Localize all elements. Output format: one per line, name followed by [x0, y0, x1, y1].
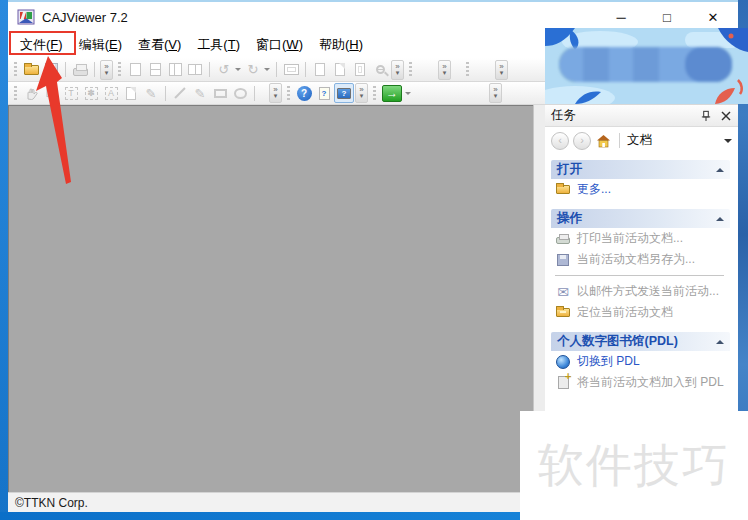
separator	[276, 62, 277, 77]
toolbar-overflow-button[interactable]	[355, 83, 368, 103]
separator	[209, 62, 210, 77]
home-button[interactable]	[595, 132, 612, 149]
annotation-arrow	[25, 48, 85, 193]
rotate-right-button[interactable]: ↻	[243, 60, 263, 80]
watermark-box: 软件技巧	[520, 411, 748, 520]
task-switch-to-pdl[interactable]: 切换到 PDL	[551, 351, 730, 372]
task-pane-titlebar: 任务	[545, 105, 738, 127]
draw-ellipse-button[interactable]	[230, 83, 250, 103]
draw-pencil-button[interactable]: ✎	[190, 83, 210, 103]
nav-back-button[interactable]	[551, 132, 569, 150]
toolbar-grip[interactable]	[14, 62, 17, 77]
rotate-left-dropdown[interactable]	[235, 68, 241, 74]
task-pane-close-button[interactable]	[717, 107, 734, 124]
annotate-send-button[interactable]	[121, 83, 141, 103]
draw-rect-button[interactable]	[210, 83, 230, 103]
single-page-view-button[interactable]	[125, 60, 145, 80]
toolbar-overflow-button[interactable]	[438, 60, 451, 80]
desktop-edge-left	[0, 0, 8, 520]
pane-selector-dropdown[interactable]	[724, 139, 732, 147]
help-page-icon	[319, 87, 330, 100]
toolbar-overflow-button[interactable]	[391, 60, 404, 80]
annotate-note-button[interactable]: ✎	[141, 83, 161, 103]
pin-button[interactable]	[697, 107, 714, 124]
section-pdl-header[interactable]: 个人数字图书馆(PDL)	[551, 332, 730, 351]
task-add-to-pdl[interactable]: 将当前活动文档加入到 PDL	[551, 372, 730, 393]
separator	[305, 62, 306, 77]
page-frame-button[interactable]	[350, 60, 370, 80]
section-actions: 操作 打印当前活动文档... 当前活动文档另存为... 以邮件方式发送	[551, 209, 730, 323]
separator	[94, 62, 95, 77]
menu-tools[interactable]: 工具(T)	[189, 32, 248, 58]
promo-banner[interactable]	[545, 28, 748, 104]
maximize-button[interactable]: □	[644, 4, 690, 30]
menu-view[interactable]: 查看(V)	[130, 32, 189, 58]
full-screen-button[interactable]	[281, 60, 301, 80]
folder-open-icon	[556, 185, 570, 194]
toolbar-overflow-button[interactable]	[269, 83, 282, 103]
blank-page-button[interactable]	[310, 60, 330, 80]
toolbar-overflow-button[interactable]	[495, 60, 508, 80]
close-icon	[721, 111, 731, 121]
close-button[interactable]: ✕	[690, 4, 736, 30]
toolbar-grip[interactable]	[14, 86, 17, 101]
section-actions-header[interactable]: 操作	[551, 209, 730, 228]
pin-icon	[700, 110, 712, 122]
toolbar-grip[interactable]	[466, 62, 469, 77]
facing-view-icon	[169, 63, 182, 76]
help-icon	[297, 86, 312, 101]
toolbar-grip[interactable]	[118, 62, 121, 77]
toolbar-overflow-button[interactable]	[489, 83, 502, 103]
task-pane-nav: 文档	[545, 127, 738, 154]
task-send-mail[interactable]: 以邮件方式发送当前活动...	[551, 281, 730, 302]
nav-forward-button[interactable]	[573, 132, 591, 150]
mail-icon	[557, 285, 569, 299]
pane-selector-label: 文档	[627, 132, 652, 149]
ocr-icon: A	[105, 87, 118, 100]
go-dropdown[interactable]	[405, 92, 411, 98]
help-button[interactable]	[294, 83, 314, 103]
help-topics-button[interactable]	[314, 83, 334, 103]
full-screen-icon	[284, 64, 299, 75]
line-icon	[174, 87, 185, 98]
separator	[165, 86, 166, 101]
task-print-document[interactable]: 打印当前活动文档...	[551, 228, 730, 249]
continuous-view-button[interactable]	[145, 60, 165, 80]
printer-icon	[556, 237, 570, 244]
page-fold-button[interactable]	[330, 60, 350, 80]
divider	[555, 275, 724, 276]
facing-view-button[interactable]	[165, 60, 185, 80]
toolbar-grip[interactable]	[373, 86, 376, 101]
collapse-icon[interactable]	[716, 336, 724, 344]
toolbar-overflow-button[interactable]	[100, 60, 113, 80]
draw-line-button[interactable]	[170, 83, 190, 103]
document-canvas[interactable]	[8, 105, 533, 492]
zoom-out-icon	[376, 65, 385, 74]
globe-icon	[556, 355, 570, 369]
pencil-icon: ✎	[195, 87, 206, 100]
collapse-icon[interactable]	[716, 164, 724, 172]
task-locate-document[interactable]: 定位当前活动文档	[551, 302, 730, 323]
ocr-button[interactable]: A	[101, 83, 121, 103]
save-as-icon	[557, 254, 569, 266]
promo-banner-art	[545, 28, 748, 104]
task-save-as[interactable]: 当前活动文档另存为...	[551, 249, 730, 270]
ellipse-icon	[234, 88, 247, 99]
toolbar-grip[interactable]	[409, 62, 412, 77]
go-button[interactable]	[380, 83, 404, 103]
separator	[619, 133, 620, 148]
rotate-right-dropdown[interactable]	[264, 68, 270, 74]
zoom-out-button[interactable]	[370, 60, 390, 80]
help-context-button[interactable]	[334, 83, 354, 103]
section-open-header[interactable]: 打开	[551, 160, 730, 179]
menu-window[interactable]: 窗口(W)	[248, 32, 311, 58]
rectangle-icon	[214, 89, 227, 98]
toolbar-grip[interactable]	[287, 86, 290, 101]
book-view-button[interactable]	[185, 60, 205, 80]
collapse-icon[interactable]	[716, 213, 724, 221]
rotate-left-icon: ↺	[219, 63, 230, 76]
minimize-button[interactable]: ─	[598, 4, 644, 30]
menu-help[interactable]: 帮助(H)	[311, 32, 371, 58]
rotate-left-button[interactable]: ↺	[214, 60, 234, 80]
task-more[interactable]: 更多...	[551, 179, 730, 200]
